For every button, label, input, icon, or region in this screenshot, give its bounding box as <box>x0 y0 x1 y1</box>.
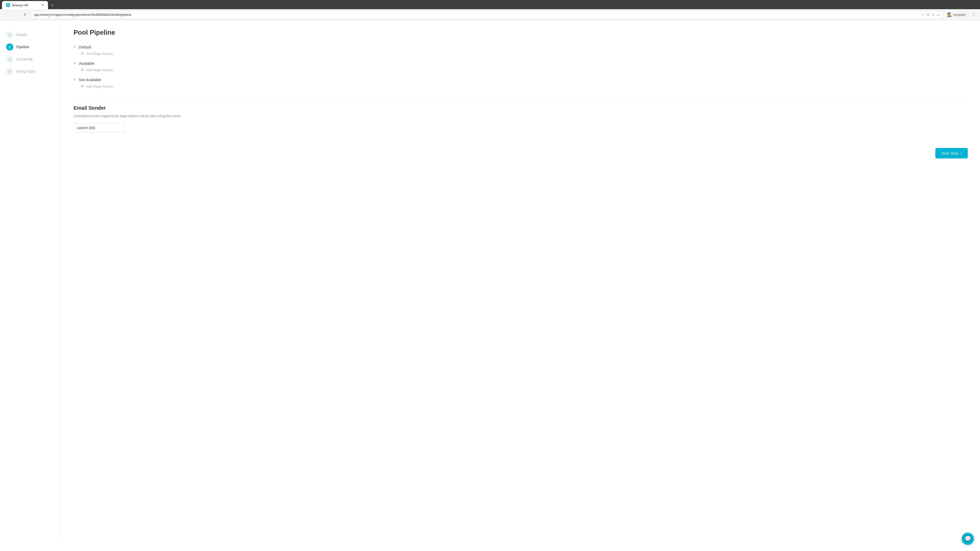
gear-icon-default[interactable]: ⚙ <box>81 51 84 56</box>
browser-tab-close[interactable]: ✕ <box>41 3 44 7</box>
stage-item-not-available: ≡ Not Available ⚙ Add Stage Actions <box>73 77 968 89</box>
step-circle-2: 2 <box>6 43 13 51</box>
browser-tab-title: Breezy HR <box>12 3 28 7</box>
incognito-badge: 🕵 Incognito <box>945 11 968 18</box>
drag-icon-default[interactable]: ≡ <box>73 44 76 49</box>
incognito-icon: 🕵 <box>947 12 952 17</box>
browser-back-button[interactable]: ← <box>3 11 10 18</box>
stage-header-default: ≡ Default <box>73 44 968 49</box>
sidebar-item-screening[interactable]: 3 Screening <box>6 53 55 65</box>
drag-icon-not-available[interactable]: ≡ <box>73 77 76 82</box>
bookmark-icon[interactable]: ☆ <box>921 13 924 17</box>
stage-header-not-available: ≡ Not Available <box>73 77 968 82</box>
sidebar-item-details[interactable]: 1 Details <box>6 29 55 41</box>
browser-forward-button[interactable]: → <box>12 11 19 18</box>
stage-item-default: ≡ Default ⚙ Add Stage Actions <box>73 44 968 56</box>
extensions-icon[interactable]: ☰ <box>927 13 930 17</box>
email-sender-input[interactable] <box>73 123 124 133</box>
address-url: app.breezy.hr/app/c/moodjoy/positions/5b… <box>34 13 131 17</box>
stage-name-available: Available <box>79 61 94 65</box>
email-sender-description: Automated emails triggered by stage acti… <box>73 114 968 118</box>
add-stage-actions-not-available[interactable]: Add Stage Actions <box>86 84 113 88</box>
browser-menu-button[interactable]: ⋮ <box>970 11 977 18</box>
add-stage-actions-default[interactable]: Add Stage Actions <box>86 52 113 56</box>
sidebar-label-hiring-team: Hiring Team <box>16 69 35 73</box>
browser-new-tab-button[interactable]: + <box>49 2 56 9</box>
next-step-label: Next Step <box>942 151 958 156</box>
main-content: Pool Pipeline ≡ Default ⚙ Add Stage Acti… <box>61 21 980 540</box>
stage-item-available: ≡ Available ⚙ Add Stage Actions <box>73 61 968 72</box>
sidebar-label-details: Details <box>16 33 27 37</box>
browser-reload-button[interactable]: ↻ <box>21 11 29 18</box>
chevron-right-icon: › <box>960 151 962 156</box>
stage-actions-row-default: ⚙ Add Stage Actions <box>73 51 968 56</box>
add-stage-actions-available[interactable]: Add Stage Actions <box>86 68 113 72</box>
sidebar-item-pipeline[interactable]: 2 Pipeline <box>6 41 55 53</box>
incognito-label: Incognito <box>953 13 966 17</box>
footer-actions: Next Step › <box>73 148 968 159</box>
email-sender-title: Email Sender <box>73 105 968 111</box>
next-step-button[interactable]: Next Step › <box>935 148 968 159</box>
page-title: Pool Pipeline <box>73 29 968 37</box>
app-container: 1 Details 2 Pipeline 3 Screening 4 Hirin… <box>0 21 980 540</box>
browser-tab[interactable]: B Breezy HR ✕ <box>2 1 48 9</box>
stage-name-default: Default <box>79 45 91 49</box>
browser-controls: ← → ↻ app.breezy.hr/app/c/moodjoy/positi… <box>0 9 980 21</box>
address-bar[interactable]: app.breezy.hr/app/c/moodjoy/positions/5b… <box>30 11 943 19</box>
stage-actions-row-not-available: ⚙ Add Stage Actions <box>73 84 968 89</box>
step-circle-3: 3 <box>6 56 13 63</box>
chat-icon: 💬 <box>964 535 971 540</box>
stage-actions-row-available: ⚙ Add Stage Actions <box>73 68 968 72</box>
download-icon[interactable]: ⇓ <box>932 13 935 17</box>
gear-icon-available[interactable]: ⚙ <box>81 68 84 72</box>
address-bar-icons: ☆ ☰ ⇓ ▭ <box>921 13 940 17</box>
browser-tab-bar: B Breezy HR ✕ + <box>0 0 980 9</box>
sidebar: 1 Details 2 Pipeline 3 Screening 4 Hirin… <box>0 21 61 540</box>
section-divider <box>73 97 968 97</box>
browser-favicon: B <box>6 3 10 7</box>
drag-icon-available[interactable]: ≡ <box>73 61 76 65</box>
stage-name-not-available: Not Available <box>79 78 101 82</box>
gear-icon-not-available[interactable]: ⚙ <box>81 84 84 89</box>
step-circle-1: 1 <box>6 31 13 38</box>
step-circle-4: 4 <box>6 68 13 75</box>
sidebar-label-pipeline: Pipeline <box>16 45 29 49</box>
split-icon[interactable]: ▭ <box>937 13 940 17</box>
stage-header-available: ≡ Available <box>73 61 968 65</box>
sidebar-item-hiring-team[interactable]: 4 Hiring Team <box>6 65 55 78</box>
sidebar-label-screening: Screening <box>16 57 32 61</box>
